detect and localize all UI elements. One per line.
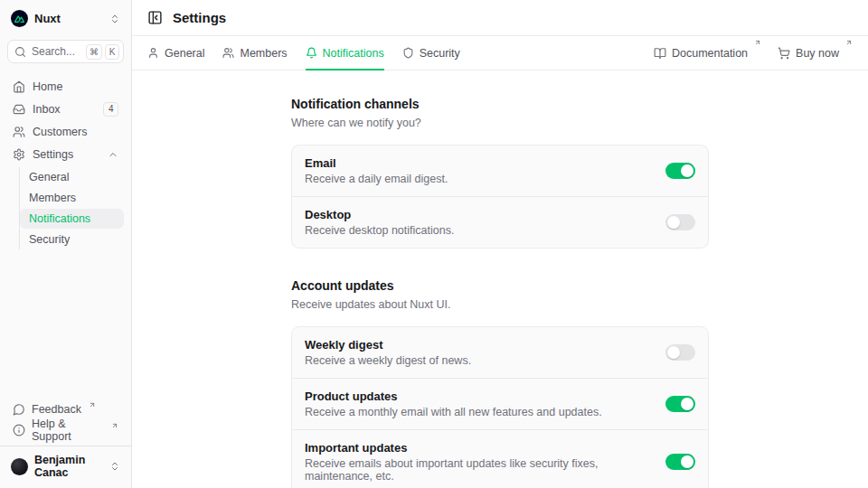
email-toggle[interactable] bbox=[665, 163, 695, 179]
sidebar-item-security[interactable]: Security bbox=[20, 230, 124, 249]
tab-notifications[interactable]: Notifications bbox=[306, 36, 384, 70]
external-link-icon bbox=[89, 401, 96, 408]
documentation-label: Documentation bbox=[672, 47, 748, 60]
sidebar-item-home[interactable]: Home bbox=[7, 76, 124, 97]
search-placeholder: Search... bbox=[32, 45, 75, 58]
important-updates-toggle[interactable] bbox=[665, 454, 695, 470]
external-link-icon bbox=[845, 39, 853, 46]
tab-label: Security bbox=[420, 47, 460, 60]
users-icon bbox=[13, 126, 25, 138]
section-account-updates: Account updates Receive updates about Nu… bbox=[291, 278, 709, 488]
inbox-icon bbox=[13, 103, 25, 116]
setting-row-desktop: Desktop Receive desktop notifications. bbox=[292, 196, 708, 248]
sidebar-item-label: General bbox=[29, 171, 69, 183]
setting-text: Email Receive a daily email digest. bbox=[305, 156, 448, 185]
section-notification-channels: Notification channels Where can we notif… bbox=[291, 97, 709, 249]
sidebar-item-general[interactable]: General bbox=[20, 167, 124, 187]
section-title: Notification channels bbox=[291, 97, 709, 111]
setting-label: Weekly digest bbox=[305, 338, 471, 352]
sidebar-item-label: Inbox bbox=[33, 103, 61, 116]
users-icon bbox=[222, 47, 234, 59]
setting-label: Email bbox=[305, 156, 448, 170]
avatar bbox=[11, 458, 28, 475]
kbd-k: K bbox=[105, 44, 119, 60]
info-circle-icon bbox=[13, 424, 25, 436]
tab-label: Notifications bbox=[323, 47, 384, 60]
toggle-knob bbox=[681, 164, 693, 177]
kbd-cmd: ⌘ bbox=[86, 44, 102, 60]
chevrons-up-down-icon bbox=[109, 461, 120, 472]
sidebar-item-notifications[interactable]: Notifications bbox=[20, 209, 124, 229]
tab-members[interactable]: Members bbox=[222, 36, 287, 70]
setting-text: Desktop Receive desktop notifications. bbox=[305, 208, 454, 237]
gear-icon bbox=[13, 148, 25, 161]
sidebar-item-settings[interactable]: Settings bbox=[7, 144, 124, 164]
chevrons-up-down-icon bbox=[109, 14, 120, 24]
user-name: Benjamin Canac bbox=[34, 454, 103, 479]
setting-description: Receive desktop notifications. bbox=[305, 224, 454, 237]
section-subtitle: Where can we notify you? bbox=[291, 117, 709, 129]
setting-text: Weekly digest Receive a weekly digest of… bbox=[305, 338, 471, 367]
search-shortcut: ⌘ K bbox=[86, 44, 119, 60]
setting-row-email: Email Receive a daily email digest. bbox=[292, 145, 708, 196]
header-links: Documentation Buy now bbox=[654, 36, 853, 70]
external-link-icon bbox=[111, 422, 118, 429]
desktop-toggle[interactable] bbox=[665, 214, 695, 230]
inbox-count-badge: 4 bbox=[103, 102, 118, 117]
sidebar-item-label: Customers bbox=[33, 126, 87, 138]
section-subtitle: Receive updates about Nuxt UI. bbox=[291, 298, 709, 311]
sidebar: Nuxt Search... ⌘ K Home bbox=[0, 0, 132, 488]
weekly-digest-toggle[interactable] bbox=[665, 344, 695, 361]
sidebar-nav: Home Inbox 4 Customers Settings bbox=[7, 76, 124, 249]
sidebar-item-label: Members bbox=[29, 192, 76, 204]
setting-description: Receive a monthly email with all new fea… bbox=[305, 406, 602, 418]
sidebar-item-label: Settings bbox=[33, 148, 73, 161]
settings-card: Weekly digest Receive a weekly digest of… bbox=[291, 326, 709, 488]
tab-general[interactable]: General bbox=[147, 36, 204, 70]
help-support-link[interactable]: Help & Support bbox=[7, 419, 124, 440]
message-circle-icon bbox=[13, 403, 25, 416]
sidebar-item-inbox[interactable]: Inbox 4 bbox=[7, 99, 124, 119]
tab-security[interactable]: Security bbox=[402, 36, 460, 70]
settings-column: Notification channels Where can we notif… bbox=[291, 70, 709, 488]
buy-now-link[interactable]: Buy now bbox=[778, 36, 853, 70]
main-panel: Settings General Members bbox=[132, 0, 868, 488]
nuxt-logo-icon bbox=[11, 10, 28, 27]
tab-label: General bbox=[165, 47, 204, 60]
feedback-label: Feedback bbox=[32, 403, 81, 416]
cart-icon bbox=[778, 47, 790, 60]
setting-description: Receive a weekly digest of news. bbox=[305, 354, 471, 367]
setting-text: Important updates Receive emails about i… bbox=[305, 441, 665, 483]
team-switcher[interactable]: Nuxt bbox=[7, 8, 124, 29]
toggle-knob bbox=[667, 216, 680, 229]
setting-label: Important updates bbox=[305, 441, 665, 455]
collapse-sidebar-icon[interactable] bbox=[147, 10, 163, 25]
sidebar-item-customers[interactable]: Customers bbox=[7, 121, 124, 142]
user-menu[interactable]: Benjamin Canac bbox=[7, 446, 124, 483]
page-title: Settings bbox=[173, 10, 226, 25]
setting-label: Product updates bbox=[305, 389, 602, 403]
tab-bar: General Members Notifications bbox=[132, 36, 868, 70]
team-name: Nuxt bbox=[34, 12, 61, 25]
toggle-knob bbox=[667, 346, 680, 359]
product-updates-toggle[interactable] bbox=[665, 396, 695, 412]
user-icon bbox=[147, 47, 159, 59]
buy-now-label: Buy now bbox=[796, 47, 839, 60]
sidebar-item-label: Security bbox=[29, 233, 70, 246]
documentation-link[interactable]: Documentation bbox=[654, 36, 761, 70]
settings-sub-nav: General Members Notifications Security bbox=[19, 167, 124, 249]
section-title: Account updates bbox=[291, 278, 709, 293]
app-window: Nuxt Search... ⌘ K Home bbox=[0, 0, 868, 488]
help-support-label: Help & Support bbox=[32, 418, 104, 443]
chevron-up-icon bbox=[108, 149, 118, 160]
sidebar-spacer bbox=[7, 249, 124, 399]
home-icon bbox=[13, 80, 25, 93]
tabs: General Members Notifications bbox=[147, 36, 460, 70]
search-input[interactable]: Search... ⌘ K bbox=[7, 40, 124, 63]
setting-row-weekly-digest: Weekly digest Receive a weekly digest of… bbox=[292, 327, 708, 378]
setting-row-important-updates: Important updates Receive emails about i… bbox=[292, 429, 708, 488]
setting-row-product-updates: Product updates Receive a monthly email … bbox=[292, 378, 708, 429]
sidebar-item-members[interactable]: Members bbox=[20, 188, 124, 208]
setting-description: Receive emails about important updates l… bbox=[305, 457, 665, 483]
setting-label: Desktop bbox=[305, 208, 454, 221]
